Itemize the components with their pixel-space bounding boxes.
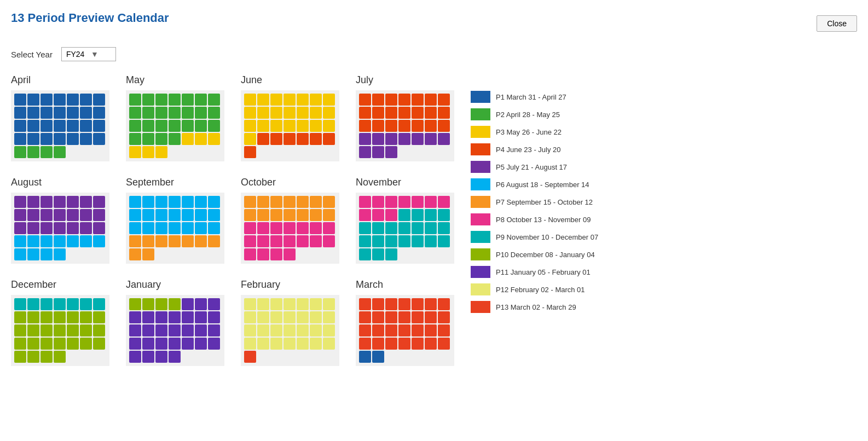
day-cell — [425, 298, 437, 310]
year-select[interactable]: FY24 ▼ — [61, 47, 116, 61]
day-cell — [244, 351, 256, 363]
month-grid — [241, 295, 339, 366]
day-cell — [142, 235, 154, 247]
day-cell — [93, 133, 105, 145]
day-cell — [310, 107, 322, 119]
close-button[interactable]: Close — [817, 15, 857, 32]
day-cell — [93, 235, 105, 247]
day-cell — [297, 298, 309, 310]
day-cell — [412, 298, 424, 310]
day-cell — [27, 311, 39, 323]
legend-label: P11 January 05 - February 01 — [496, 268, 591, 276]
day-cell — [323, 311, 335, 323]
day-cell — [182, 324, 194, 336]
day-cell — [27, 235, 39, 247]
month-grid — [356, 90, 454, 161]
day-cell — [40, 338, 53, 350]
month-block-september: September — [126, 177, 224, 264]
day-cell — [372, 133, 384, 145]
day-cell — [270, 235, 282, 247]
day-cell — [155, 324, 167, 336]
day-cell — [80, 196, 92, 208]
day-cell — [14, 338, 26, 350]
month-title: April — [11, 74, 109, 86]
day-cell — [142, 248, 154, 260]
day-cell — [80, 235, 92, 247]
day-cell — [40, 94, 53, 106]
day-cell — [27, 351, 39, 363]
day-cell — [155, 298, 167, 310]
day-cell — [129, 338, 141, 350]
day-cell — [425, 338, 437, 350]
day-cell — [14, 248, 26, 260]
day-cell — [398, 311, 410, 323]
day-cell — [54, 120, 66, 132]
day-cell — [54, 235, 66, 247]
day-cell — [142, 351, 154, 363]
day-cell — [412, 324, 424, 336]
day-cell — [182, 133, 194, 145]
day-cell — [169, 107, 181, 119]
day-cell — [208, 324, 220, 336]
legend-swatch — [471, 91, 490, 103]
day-cell — [208, 209, 220, 221]
day-cell — [323, 324, 335, 336]
day-cell — [40, 248, 53, 260]
day-cell — [67, 196, 79, 208]
legend-swatch — [471, 231, 490, 243]
day-cell — [257, 248, 269, 260]
day-cell — [385, 146, 397, 158]
day-cell — [129, 146, 141, 158]
year-label: Select Year — [11, 50, 53, 59]
day-cell — [169, 209, 181, 221]
day-cell — [67, 133, 79, 145]
day-cell — [297, 120, 309, 132]
day-cell — [270, 94, 282, 106]
month-block-january: January — [126, 279, 224, 366]
day-cell — [310, 133, 322, 145]
legend-label: P6 August 18 - September 14 — [496, 181, 589, 189]
day-cell — [270, 209, 282, 221]
day-cell — [40, 209, 53, 221]
day-cell — [270, 324, 282, 336]
day-cell — [169, 222, 181, 234]
day-cell — [297, 196, 309, 208]
day-cell — [169, 235, 181, 247]
day-cell — [385, 209, 397, 221]
day-cell — [412, 222, 424, 234]
day-cell — [270, 338, 282, 350]
day-cell — [323, 107, 335, 119]
day-cell — [208, 120, 220, 132]
day-cell — [208, 107, 220, 119]
legend-swatch — [471, 213, 490, 225]
day-cell — [438, 311, 450, 323]
day-cell — [142, 94, 154, 106]
day-cell — [323, 235, 335, 247]
day-cell — [385, 133, 397, 145]
month-grid — [241, 90, 339, 161]
day-cell — [54, 298, 66, 310]
legend-swatch — [471, 301, 490, 313]
month-title: February — [241, 279, 339, 291]
month-grid — [11, 90, 109, 161]
day-cell — [297, 338, 309, 350]
day-cell — [270, 222, 282, 234]
month-title: November — [356, 177, 454, 188]
day-cell — [438, 235, 450, 247]
day-cell — [438, 107, 450, 119]
day-cell — [283, 209, 296, 221]
day-cell — [372, 324, 384, 336]
legend-swatch — [471, 161, 490, 173]
day-cell — [297, 324, 309, 336]
day-cell — [80, 120, 92, 132]
day-cell — [80, 311, 92, 323]
month-grid — [356, 295, 454, 366]
day-cell — [244, 107, 256, 119]
day-cell — [27, 120, 39, 132]
day-cell — [195, 107, 207, 119]
day-cell — [438, 298, 450, 310]
day-cell — [40, 351, 53, 363]
day-cell — [67, 324, 79, 336]
day-cell — [425, 209, 437, 221]
legend-item-p5: P5 July 21 - August 17 — [471, 161, 598, 173]
